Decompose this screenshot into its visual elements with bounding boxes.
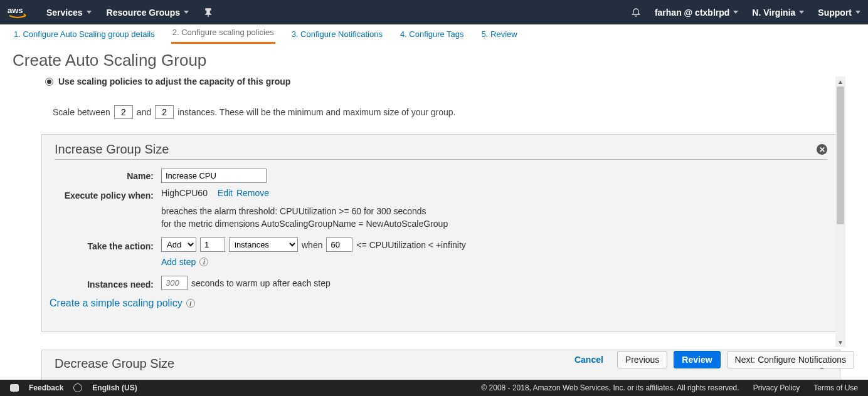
action-label: Take the action: xyxy=(55,239,154,251)
svg-text:aws: aws xyxy=(8,6,23,15)
nav-resource-groups[interactable]: Resource Groups xyxy=(107,8,189,18)
nav-region[interactable]: N. Virginia xyxy=(752,8,804,18)
alarm-name: HighCPU60 xyxy=(161,188,208,198)
increase-title: Increase Group Size xyxy=(55,142,817,157)
previous-button[interactable]: Previous xyxy=(617,351,667,368)
warmup-input[interactable] xyxy=(161,276,188,290)
bell-icon[interactable] xyxy=(631,8,641,18)
review-button[interactable]: Review xyxy=(674,351,720,368)
caret-down-icon xyxy=(184,11,189,14)
remove-alarm-link[interactable]: Remove xyxy=(236,188,269,198)
action-qty-input[interactable] xyxy=(200,237,225,252)
alarm-desc-2: for the metric dimensions AutoScalingGro… xyxy=(161,218,827,231)
footer: Feedback English (US) © 2008 - 2018, Ama… xyxy=(0,380,868,396)
language-select[interactable]: English (US) xyxy=(92,383,137,392)
cancel-button[interactable]: Cancel xyxy=(567,351,611,368)
terms-link[interactable]: Terms of Use xyxy=(813,383,858,392)
scale-min-input[interactable] xyxy=(114,105,133,119)
wizard-step-1[interactable]: 1. Configure Auto Scaling group details xyxy=(13,25,156,44)
page-title: Create Auto Scaling Group xyxy=(13,51,855,70)
radio-use-scaling-policies[interactable]: Use scaling policies to adjust the capac… xyxy=(45,76,845,86)
wizard-step-3[interactable]: 3. Configure Notifications xyxy=(290,25,384,44)
scale-pre: Scale between xyxy=(53,107,110,117)
create-simple-policy-link[interactable]: Create a simple scaling policy xyxy=(50,298,183,309)
wizard-tabs: 1. Configure Auto Scaling group details … xyxy=(0,24,868,44)
nav-services[interactable]: Services xyxy=(46,8,92,18)
nav-user-label: farhan @ ctxblrpd xyxy=(655,8,729,18)
feedback-link[interactable]: Feedback xyxy=(29,383,63,392)
nav-region-label: N. Virginia xyxy=(752,8,795,18)
alarm-desc-1: breaches the alarm threshold: CPUUtiliza… xyxy=(161,206,827,218)
next-button[interactable]: Next: Configure Notifications xyxy=(727,351,854,368)
scroll-up-icon[interactable]: ▲ xyxy=(835,76,845,86)
nav-user[interactable]: farhan @ ctxblrpd xyxy=(655,8,738,18)
action-unit-select[interactable]: instances xyxy=(229,237,298,252)
edit-alarm-link[interactable]: Edit xyxy=(218,188,233,198)
action-op-select[interactable]: Add xyxy=(161,237,196,252)
scale-max-input[interactable] xyxy=(155,105,174,119)
wizard-step-2[interactable]: 2. Configure scaling policies xyxy=(171,23,275,44)
increase-group-size-box: Increase Group Size ✕ Name: Execute poli… xyxy=(41,134,840,332)
scale-post: instances. These will be the minimum and… xyxy=(177,107,455,117)
info-icon[interactable]: i xyxy=(186,299,195,308)
policy-name-input[interactable] xyxy=(161,169,267,183)
nav-support[interactable]: Support xyxy=(818,8,860,18)
nav-services-label: Services xyxy=(46,8,83,18)
threshold-input[interactable] xyxy=(326,237,352,252)
warmup-tail: seconds to warm up after each step xyxy=(191,278,331,288)
info-icon[interactable]: i xyxy=(199,258,208,266)
copyright: © 2008 - 2018, Amazon Web Services, Inc.… xyxy=(481,383,739,392)
aws-logo[interactable]: aws xyxy=(8,6,35,19)
add-step-link[interactable]: Add step xyxy=(161,257,196,267)
nav-resource-groups-label: Resource Groups xyxy=(107,8,180,18)
wizard-step-4[interactable]: 4. Configure Tags xyxy=(399,25,465,44)
pin-icon[interactable] xyxy=(204,8,213,17)
exec-label: Execute policy when: xyxy=(55,188,154,201)
close-icon[interactable]: ✕ xyxy=(817,144,827,155)
nav-support-label: Support xyxy=(818,8,852,18)
caret-down-icon xyxy=(855,11,860,14)
caret-down-icon xyxy=(733,11,738,14)
inst-need-label: Instances need: xyxy=(55,277,154,289)
feedback-icon[interactable] xyxy=(10,384,19,392)
radio-dot-icon xyxy=(45,78,53,86)
name-label: Name: xyxy=(55,169,154,181)
cond-tail: <= CPUUtilization < +infinity xyxy=(356,240,465,250)
scale-mid: and xyxy=(137,107,151,117)
caret-down-icon xyxy=(87,11,92,14)
scale-between-row: Scale between and instances. These will … xyxy=(53,105,845,119)
globe-icon[interactable] xyxy=(73,383,82,392)
caret-down-icon xyxy=(799,11,804,14)
radio-label: Use scaling policies to adjust the capac… xyxy=(58,76,290,86)
action-bar: Cancel Previous Review Next: Configure N… xyxy=(0,348,868,370)
wizard-step-5[interactable]: 5. Review xyxy=(480,25,519,44)
when-label: when xyxy=(302,240,322,250)
privacy-link[interactable]: Privacy Policy xyxy=(753,383,800,392)
top-nav: aws Services Resource Groups farhan @ ct… xyxy=(0,0,868,24)
vertical-scrollbar[interactable]: ▲ ▼ xyxy=(835,76,845,347)
scroll-thumb[interactable] xyxy=(837,86,844,224)
scroll-down-icon[interactable]: ▼ xyxy=(835,337,845,347)
